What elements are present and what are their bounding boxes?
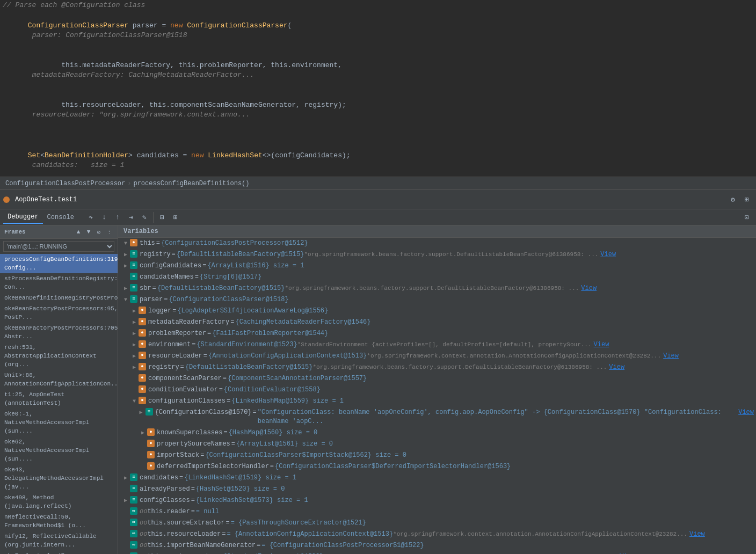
variable-row-20[interactable]: ▶≡candidates = {LinkedHashSet@1519} size… xyxy=(118,472,756,484)
frame-down-btn[interactable]: ▼ xyxy=(84,228,93,236)
variable-row-27[interactable]: ▶∞oo this.environment = = {StandardEnvir… xyxy=(118,551,756,554)
frames-icon[interactable]: ⊟ xyxy=(156,212,168,223)
variable-row-4[interactable]: ▶≡sbr = {DefaultListableBeanFactory@1515… xyxy=(118,283,756,294)
frame-item-3[interactable]: okeBeanFactoryPostProcessors:95, PostP..… xyxy=(0,303,118,323)
var-link-1[interactable]: View xyxy=(600,250,616,259)
variable-row-13[interactable]: ●conditionEvaluator = {ConditionEvaluato… xyxy=(118,384,756,396)
var-icon-2: ≡ xyxy=(130,261,137,269)
var-name-1: registry xyxy=(140,250,171,259)
variable-row-15[interactable]: ▶≡{ConfigurationClass@1570} = "Configura… xyxy=(118,407,756,427)
code-editor: // Parse each @Configuration class Confi… xyxy=(0,0,756,177)
variable-row-10[interactable]: ▶●resourceLoader = {AnnotationConfigAppl… xyxy=(118,351,756,362)
layout-panel-icon[interactable]: ⊡ xyxy=(741,212,753,223)
var-expander-10[interactable]: ▶ xyxy=(130,352,139,361)
var-link-4[interactable]: View xyxy=(581,284,597,293)
variable-row-12[interactable]: ●componentScanParser = {ComponentScanAnn… xyxy=(118,373,756,384)
tab-debugger[interactable]: Debugger xyxy=(3,211,43,224)
variable-row-1[interactable]: ▶≡registry = {DefaultListableBeanFactory… xyxy=(118,249,756,260)
frame-item-8[interactable]: oke0:-1, NativeMethodAccessorImpl (sun..… xyxy=(0,409,118,436)
variable-row-24[interactable]: ∞oo this.sourceExtractor = = {PassThroug… xyxy=(118,517,756,529)
frame-item-9[interactable]: oke62, NativeMethodAccessorImpl (sun.... xyxy=(0,436,118,464)
variable-row-16[interactable]: ▶●knownSuperclasses = {HashMap@1560} siz… xyxy=(118,427,756,439)
var-expander-6[interactable]: ▶ xyxy=(130,307,139,316)
var-link-10[interactable]: View xyxy=(663,352,679,361)
variable-row-11[interactable]: ▶●registry = {DefaultListableBeanFactory… xyxy=(118,362,756,373)
step-into-icon[interactable]: ↓ xyxy=(98,212,110,223)
var-expander-5[interactable]: ▼ xyxy=(121,295,130,304)
frame-item-1[interactable]: stProcessBeanDefinitionRegistry:232, Con… xyxy=(0,273,118,293)
frame-item-14[interactable]: okeExplosively:47, FrameworkMethod (or..… xyxy=(0,550,118,554)
var-expander-7[interactable]: ▶ xyxy=(130,318,139,327)
variable-row-21[interactable]: ≡alreadyParsed = {HashSet@1520} size = 0 xyxy=(118,484,756,495)
debug-tabs-bar: Debugger Console ↷ ↓ ↑ ⇥ ✎ ⊟ ⊞ ⊡ xyxy=(0,209,756,225)
variable-row-8[interactable]: ▶●problemReporter = {FailFastProblemRepo… xyxy=(118,328,756,339)
var-link-9[interactable]: View xyxy=(594,340,609,349)
var-name-2: configCandidates xyxy=(140,261,201,271)
var-link-11[interactable]: View xyxy=(609,363,624,372)
frame-more-btn[interactable]: ⋮ xyxy=(105,228,113,236)
var-expander-4[interactable]: ▶ xyxy=(121,284,130,293)
var-link-25[interactable]: View xyxy=(689,530,705,539)
variable-row-19[interactable]: ●deferredImportSelectorHandler = {Config… xyxy=(118,461,756,472)
var-expander-14[interactable]: ▼ xyxy=(130,397,139,406)
variable-row-17[interactable]: ●propertySourceNames = {ArrayList@1561} … xyxy=(118,439,756,450)
var-prefix-24: oo xyxy=(140,519,147,528)
var-expander-9[interactable]: ▶ xyxy=(130,340,139,349)
var-expander-0[interactable]: ▼ xyxy=(121,239,130,248)
var-value-7: {CachingMetadataReaderFactory@1546} xyxy=(235,318,370,327)
debugger-tab-label[interactable]: AopOneTest.test1 xyxy=(15,196,77,203)
variable-row-9[interactable]: ▶●environment = {StandardEnvironment@152… xyxy=(118,339,756,351)
var-expander-20[interactable]: ▶ xyxy=(121,473,130,483)
var-link-15[interactable]: View xyxy=(738,408,754,417)
var-expander-2[interactable]: ▶ xyxy=(121,261,130,271)
variable-row-18[interactable]: ●importStack = {ConfigurationClassParser… xyxy=(118,450,756,461)
tab-console[interactable]: Console xyxy=(43,212,78,223)
variable-row-3[interactable]: ≡candidateNames = {String[6]@1517} xyxy=(118,272,756,283)
variable-row-6[interactable]: ▶●logger = {LogAdapter$Slf4jLocationAwar… xyxy=(118,305,756,317)
var-name-26: this.importBeanNameGenerator xyxy=(147,541,256,550)
step-out-icon[interactable]: ↑ xyxy=(112,212,123,223)
var-icon-0: ● xyxy=(130,239,137,246)
frame-up-btn[interactable]: ▲ xyxy=(74,228,83,236)
frame-filter-btn[interactable]: ⊘ xyxy=(95,228,103,236)
variables-list: ▼●this = {ConfigurationClassPostProcesso… xyxy=(118,238,756,554)
code-line-3: this.metadataReaderFactory, this.problem… xyxy=(0,50,756,90)
variable-row-22[interactable]: ▶≡configClasses = {LinkedHashSet@1573} s… xyxy=(118,495,756,506)
frame-item-6[interactable]: Unit>:88, AnnotationConfigApplicationCon… xyxy=(0,370,118,389)
debugger-tab-close[interactable] xyxy=(3,196,10,203)
breadcrumb-part-1[interactable]: ConfigurationClassPostProcessor xyxy=(5,180,125,187)
variable-row-14[interactable]: ▼●configurationClasses = {LinkedHashMap@… xyxy=(118,396,756,407)
variable-row-2[interactable]: ▶≡configCandidates = {ArrayList@1516} si… xyxy=(118,260,756,272)
layout-icon[interactable]: ⊞ xyxy=(741,194,753,206)
var-expander-8[interactable]: ▶ xyxy=(130,329,139,338)
frame-item-12[interactable]: nReflectiveCall:50, FrameworkMethod$1 (o… xyxy=(0,512,118,531)
settings-icon[interactable]: ⚙ xyxy=(727,194,739,206)
frame-item-13[interactable]: nify12, ReflectiveCallable (org.junit.in… xyxy=(0,531,118,550)
var-expander-16[interactable]: ▶ xyxy=(139,428,147,438)
variable-row-23[interactable]: ∞oo this.reader = = null xyxy=(118,506,756,517)
var-expander-15[interactable]: ▶ xyxy=(137,408,146,417)
variable-row-5[interactable]: ▼≡parser = {ConfigurationClassParser@151… xyxy=(118,294,756,305)
var-expander-11[interactable]: ▶ xyxy=(130,363,139,372)
variable-row-25[interactable]: ∞oo this.resourceLoader = = {AnnotationC… xyxy=(118,529,756,540)
variable-row-26[interactable]: ∞oo this.importBeanNameGenerator = = {Co… xyxy=(118,540,756,551)
evaluate-icon[interactable]: ✎ xyxy=(139,212,150,223)
thread-select[interactable]: 'main'@1...: RUNNING xyxy=(3,241,114,252)
variable-row-7[interactable]: ▶●metadataReaderFactory = {CachingMetada… xyxy=(118,317,756,328)
restore-icon[interactable]: ⊞ xyxy=(170,212,181,223)
frame-item-4[interactable]: okeBeanFactoryPostProcessors:705, Abstr.… xyxy=(0,323,118,342)
var-expander-1[interactable]: ▶ xyxy=(121,250,130,259)
frame-item-11[interactable]: oke498, Method (java.lang.reflect) xyxy=(0,492,118,512)
frame-item-2[interactable]: okeBeanDefinitionRegistryPostProcessors:… xyxy=(0,293,118,303)
frame-item-7[interactable]: t1:25, AopOneTest (annotationTest) xyxy=(0,389,118,409)
breadcrumb-part-2[interactable]: processConfigBeanDefinitions() xyxy=(133,180,249,187)
run-to-cursor-icon[interactable]: ⇥ xyxy=(125,212,137,223)
frame-item-5[interactable]: resh:531, AbstractApplicationContext (or… xyxy=(0,342,118,370)
var-icon-4: ≡ xyxy=(130,284,137,291)
variable-row-0[interactable]: ▼●this = {ConfigurationClassPostProcesso… xyxy=(118,238,756,249)
step-over-icon[interactable]: ↷ xyxy=(85,212,97,223)
var-expander-22[interactable]: ▶ xyxy=(121,496,130,505)
var-name-0: this xyxy=(140,239,155,248)
frame-item-0[interactable]: processConfigBeanDefinitions:319, Config… xyxy=(0,254,118,273)
frame-item-10[interactable]: oke43, DelegatingMethodAccessorImpl (jav… xyxy=(0,464,118,492)
